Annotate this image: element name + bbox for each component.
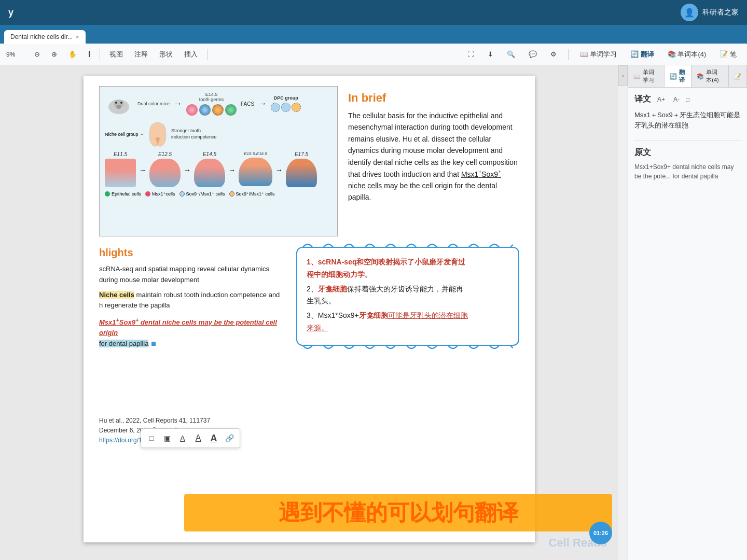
stage-e145: E14.5 — [194, 151, 225, 187]
dual-color-label: Dual color mice — [137, 101, 170, 106]
in-brief-section: In brief The cellular basis for the indu… — [348, 86, 519, 236]
in-brief-title: In brief — [348, 91, 519, 105]
notes-button[interactable]: 📝 笔 — [715, 48, 741, 61]
stage-arrow-1: → — [139, 166, 146, 174]
wordbook-button[interactable]: 📚 单词本(4) — [663, 48, 711, 61]
legend-sox9neg: Sox9⁻/Msx1⁺ cells — [179, 191, 225, 197]
shapes-button[interactable]: 形状 — [155, 48, 177, 61]
fig-top-row: Dual color mice → E14.5 tooth germs — [105, 92, 332, 116]
link-button[interactable]: 🔗 — [222, 431, 237, 445]
legend-dot-epithelial — [105, 191, 110, 197]
separator-2 — [207, 49, 208, 60]
wavy-bottom — [302, 345, 513, 352]
cell-group — [186, 104, 237, 116]
zoom-in-button[interactable]: ⊕ — [47, 48, 61, 60]
highlight-button[interactable]: ▣ — [160, 431, 174, 445]
top-bar-right: 👤 科研者之家 — [681, 4, 739, 21]
highlights-title: hlights — [99, 247, 286, 259]
stage-e155: E15.5-E16.5 — [239, 151, 272, 186]
e155-img — [239, 158, 272, 186]
text-tool-button[interactable]: I — [84, 48, 94, 61]
e125-img — [149, 159, 181, 187]
legend-label-epithelial: Epithelial cells — [112, 191, 141, 197]
tooth-germs-label: tooth germs — [199, 97, 224, 102]
text-selection-toolbar: □ ▣ A A A 🔗 — [141, 428, 240, 448]
font-size-l[interactable]: A — [206, 431, 221, 445]
side-panel: 📖 单词学习 🔄 翻译 📚 单词本(4) 📝 译文 A+ A- □ Msx1＋S… — [628, 65, 747, 560]
font-size-m[interactable]: A — [191, 431, 205, 445]
svg-point-5 — [115, 102, 117, 104]
view-button[interactable]: 视图 — [105, 48, 127, 61]
settings-button[interactable]: ⚙ — [546, 48, 561, 60]
tooth-germs-group: E14.5 tooth germs — [186, 92, 237, 116]
top-bar: y 👤 科研者之家 — [0, 0, 747, 25]
figure-section: Dual color mice → E14.5 tooth germs — [99, 86, 519, 236]
legend-label-sox9pos: Sox9⁺/Msx1⁺ cells — [236, 191, 275, 197]
wavy-svg — [302, 241, 513, 248]
dpc-cells — [271, 103, 301, 112]
highlights-section: hlights scRNA-seq and spatial mapping re… — [99, 247, 519, 354]
stage-arrow-4: → — [275, 166, 283, 174]
svg-point-4 — [116, 105, 121, 109]
stage-arrow-3: → — [228, 166, 236, 174]
notes-tab[interactable]: 📝 — [729, 65, 747, 87]
download-button[interactable]: ⬇ — [483, 48, 497, 60]
fullscreen-button[interactable]: ⛶ — [463, 48, 478, 60]
copy-button[interactable]: □ — [144, 431, 159, 445]
e145-img — [194, 159, 225, 187]
arrow-3: → — [258, 99, 267, 108]
comment-button[interactable]: 💬 — [524, 48, 541, 60]
highlights-content: hlights scRNA-seq and spatial mapping re… — [99, 247, 286, 354]
msx1-sox9-text: Msx1+Sox9+ niche cells — [348, 170, 501, 190]
wavy-top — [302, 241, 513, 248]
svg-point-6 — [120, 102, 122, 104]
arrow-2: FACS — [241, 101, 254, 107]
legend-sox9pos: Sox9⁺/Msx1⁺ cells — [229, 191, 275, 197]
tab-close-button[interactable]: × — [76, 34, 79, 40]
e145-stage-label: E14.5 — [203, 151, 216, 157]
zoom-out-button[interactable]: ⊖ — [30, 48, 44, 60]
translation-header: 译文 A+ A- □ — [634, 94, 741, 105]
separator-3 — [568, 49, 569, 60]
hand-tool-button[interactable]: ✋ — [64, 48, 81, 60]
wordbook-tab[interactable]: 📚 单词本(4) — [691, 65, 729, 87]
font-size-s[interactable]: A — [175, 431, 190, 445]
stages-row: E11.5 → E12.5 → E14.5 → — [105, 151, 332, 187]
search-button[interactable]: 🔍 — [503, 48, 519, 60]
font-decrease-button[interactable]: A- — [671, 95, 682, 104]
main-content[interactable]: Dual color mice → E14.5 tooth germs — [0, 65, 618, 560]
legend: Epithelial cells Msx1⁺cells Sox9⁻/Msx1⁺ … — [105, 191, 332, 197]
translate-button[interactable]: 🔄 翻译 — [626, 48, 658, 61]
in-brief-text: The cellular basis for the inductive epi… — [348, 110, 519, 203]
chinese-line-2: 2、牙龛细胞保持着强大的牙齿诱导能力，并能再 生乳头。 — [307, 283, 509, 308]
copy-translation-button[interactable]: □ — [686, 96, 689, 103]
dpc-cell-2 — [281, 103, 290, 112]
translate-tab[interactable]: 🔄 翻译 — [665, 65, 691, 87]
collapse-panel-button[interactable]: › — [618, 65, 628, 86]
translation-label: 译文 — [634, 94, 651, 105]
e115-label: E11.5 — [114, 151, 127, 157]
font-increase-button[interactable]: A+ — [655, 95, 667, 104]
word-study-tab[interactable]: 📖 单词学习 — [628, 65, 665, 87]
wavy-bottom-svg — [302, 345, 513, 352]
e145-label: E14.5 — [205, 92, 218, 97]
pdf-tab[interactable]: Dental niche cells dir... × — [4, 30, 86, 44]
niche-cells-term: 牙龛细胞 — [359, 311, 388, 319]
word-study-button[interactable]: 📖 单词学习 — [576, 48, 621, 61]
avatar[interactable]: 👤 — [681, 4, 698, 21]
app-title: y — [8, 7, 13, 18]
e115-img — [105, 159, 136, 187]
bottom-subtitle: 遇到不懂的可以划句翻译 — [184, 494, 612, 531]
timestamp-text: 01:26 — [593, 530, 608, 536]
chinese-line-3: 3、Msx1*Sox9+牙龛细胞可能是牙乳头的潜在细胞 来源。 — [307, 310, 509, 334]
cell-4 — [225, 104, 237, 116]
annotation-button[interactable]: 注释 — [130, 48, 152, 61]
tooth-icon — [147, 120, 168, 148]
e155-label: E15.5-E16.5 — [244, 151, 267, 156]
stage-e115: E11.5 — [105, 151, 136, 187]
cell-2 — [199, 104, 211, 116]
side-panel-tab-bar: 📖 单词学习 🔄 翻译 📚 单词本(4) 📝 — [628, 65, 747, 88]
toolbar: 9% ⊖ ⊕ ✋ I 视图 注释 形状 插入 ⛶ ⬇ 🔍 💬 ⚙ 📖 单词学习 … — [0, 44, 747, 65]
insert-button[interactable]: 插入 — [180, 48, 202, 61]
chinese-line-1-cont: 程中的细胞动力学。 — [307, 270, 372, 278]
